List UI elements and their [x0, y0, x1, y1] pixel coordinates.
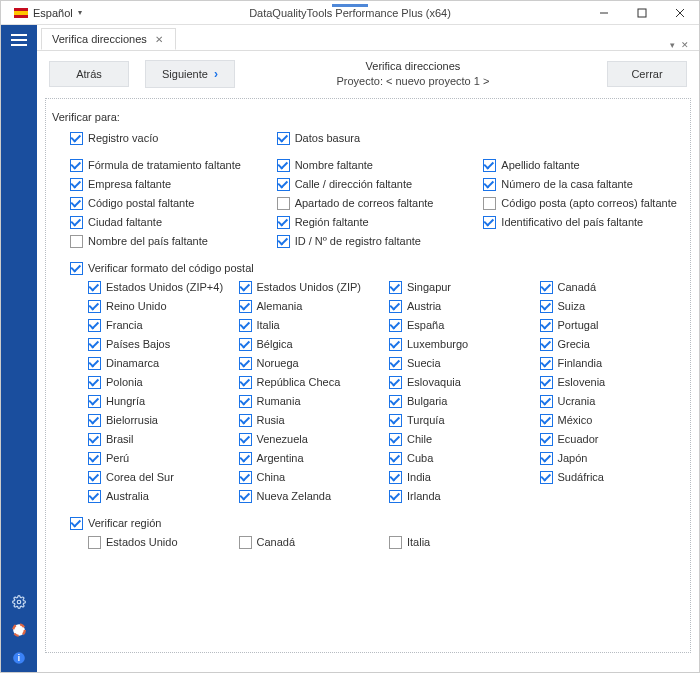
help-icon[interactable]	[1, 616, 37, 644]
checkbox[interactable]	[389, 376, 402, 389]
region-section-toggle[interactable]: Verificar región	[70, 514, 684, 533]
close-button[interactable]: Cerrar	[607, 61, 687, 87]
field_checks-item[interactable]: Código posta (apto correos) faltante	[483, 194, 684, 213]
checkbox[interactable]	[88, 300, 101, 313]
tab-close-icon[interactable]: ✕	[155, 34, 163, 45]
zip_countries-item[interactable]: Rusia	[239, 411, 384, 430]
zip_countries-item[interactable]: Australia	[88, 487, 233, 506]
window-minimize-button[interactable]	[585, 2, 623, 24]
zip_countries-item[interactable]: Irlanda	[389, 487, 534, 506]
zip_countries-item[interactable]: Chile	[389, 430, 534, 449]
checkbox[interactable]	[88, 319, 101, 332]
checkbox[interactable]	[389, 433, 402, 446]
zip_countries-item[interactable]: Alemania	[239, 297, 384, 316]
zip_countries-item[interactable]: Bulgaria	[389, 392, 534, 411]
checkbox[interactable]	[277, 197, 290, 210]
tab-menu-icon[interactable]: ▾	[670, 40, 675, 50]
checkbox[interactable]	[239, 536, 252, 549]
region_countries-item[interactable]: Italia	[389, 533, 534, 552]
region_countries-item[interactable]: Canadá	[239, 533, 384, 552]
zip_countries-item[interactable]: Noruega	[239, 354, 384, 373]
field_checks-item[interactable]: Nombre faltante	[277, 156, 478, 175]
checkbox[interactable]	[540, 338, 553, 351]
checkbox[interactable]	[540, 471, 553, 484]
top_pair-item[interactable]: Registro vacío	[70, 129, 271, 148]
zip_countries-item[interactable]: Japón	[540, 449, 685, 468]
zip_countries-item[interactable]: Francia	[88, 316, 233, 335]
checkbox[interactable]	[239, 452, 252, 465]
checkbox[interactable]	[389, 471, 402, 484]
checkbox[interactable]	[483, 178, 496, 191]
checkbox[interactable]	[88, 376, 101, 389]
zip_countries-item[interactable]: República Checa	[239, 373, 384, 392]
checkbox[interactable]	[88, 281, 101, 294]
info-icon[interactable]: i	[1, 644, 37, 672]
checkbox[interactable]	[88, 471, 101, 484]
zip_countries-item[interactable]: Suecia	[389, 354, 534, 373]
zip_countries-item[interactable]: India	[389, 468, 534, 487]
checkbox[interactable]	[540, 395, 553, 408]
zip_countries-item[interactable]: Reino Unido	[88, 297, 233, 316]
checkbox[interactable]	[239, 490, 252, 503]
checkbox[interactable]	[239, 319, 252, 332]
zip_countries-item[interactable]: Rumania	[239, 392, 384, 411]
zip_countries-item[interactable]: Singapur	[389, 278, 534, 297]
zip_countries-item[interactable]: Argentina	[239, 449, 384, 468]
checkbox[interactable]	[389, 357, 402, 370]
region_countries-item[interactable]: Estados Unido	[88, 533, 233, 552]
checkbox[interactable]	[239, 414, 252, 427]
checkbox[interactable]	[88, 452, 101, 465]
checkbox[interactable]	[88, 395, 101, 408]
zip_countries-item[interactable]: Portugal	[540, 316, 685, 335]
zip_countries-item[interactable]: Venezuela	[239, 430, 384, 449]
zip_countries-item[interactable]: Bélgica	[239, 335, 384, 354]
checkbox[interactable]	[389, 414, 402, 427]
checkbox[interactable]	[389, 536, 402, 549]
checkbox[interactable]	[540, 319, 553, 332]
zip_countries-item[interactable]: Eslovenia	[540, 373, 685, 392]
zip_countries-item[interactable]: Países Bajos	[88, 335, 233, 354]
checkbox[interactable]	[277, 235, 290, 248]
checkbox[interactable]	[239, 357, 252, 370]
field_checks-item[interactable]: Apellido faltante	[483, 156, 684, 175]
checkbox-zip-format[interactable]	[70, 262, 83, 275]
window-close-button[interactable]	[661, 2, 699, 24]
zip_countries-item[interactable]: España	[389, 316, 534, 335]
zip-format-section-toggle[interactable]: Verificar formato del código postal	[70, 259, 684, 278]
checkbox[interactable]	[277, 132, 290, 145]
checkbox[interactable]	[70, 159, 83, 172]
checkbox[interactable]	[88, 338, 101, 351]
zip_countries-item[interactable]: Estados Unidos (ZIP+4)	[88, 278, 233, 297]
zip_countries-item[interactable]: Ucrania	[540, 392, 685, 411]
zip_countries-item[interactable]: Polonia	[88, 373, 233, 392]
checkbox[interactable]	[239, 376, 252, 389]
zip_countries-item[interactable]: México	[540, 411, 685, 430]
checkbox[interactable]	[70, 216, 83, 229]
field_checks-item[interactable]: Región faltante	[277, 213, 478, 232]
tab-close-all-icon[interactable]: ✕	[681, 40, 689, 50]
field_checks-item[interactable]: Nombre del país faltante	[70, 232, 271, 251]
checkbox[interactable]	[277, 216, 290, 229]
field_checks-item[interactable]: Fórmula de tratamiento faltante	[70, 156, 271, 175]
zip_countries-item[interactable]: Grecia	[540, 335, 685, 354]
checkbox[interactable]	[239, 300, 252, 313]
checkbox[interactable]	[88, 490, 101, 503]
checkbox[interactable]	[389, 452, 402, 465]
zip_countries-item[interactable]: Suiza	[540, 297, 685, 316]
tab-verify-addresses[interactable]: Verifica direcciones ✕	[41, 28, 176, 50]
field_checks-item[interactable]: Número de la casa faltante	[483, 175, 684, 194]
zip_countries-item[interactable]: Eslovaquia	[389, 373, 534, 392]
checkbox[interactable]	[540, 281, 553, 294]
checkbox[interactable]	[483, 197, 496, 210]
zip_countries-item[interactable]: Brasil	[88, 430, 233, 449]
zip_countries-item[interactable]: Austria	[389, 297, 534, 316]
back-button[interactable]: Atrás	[49, 61, 129, 87]
field_checks-item[interactable]: Empresa faltante	[70, 175, 271, 194]
zip_countries-item[interactable]: Nueva Zelanda	[239, 487, 384, 506]
zip_countries-item[interactable]: Estados Unidos (ZIP)	[239, 278, 384, 297]
checkbox[interactable]	[239, 471, 252, 484]
checkbox[interactable]	[483, 159, 496, 172]
field_checks-item[interactable]: Apartado de correos faltante	[277, 194, 478, 213]
zip_countries-item[interactable]: Hungría	[88, 392, 233, 411]
language-selector[interactable]: Español ▾	[5, 4, 91, 22]
